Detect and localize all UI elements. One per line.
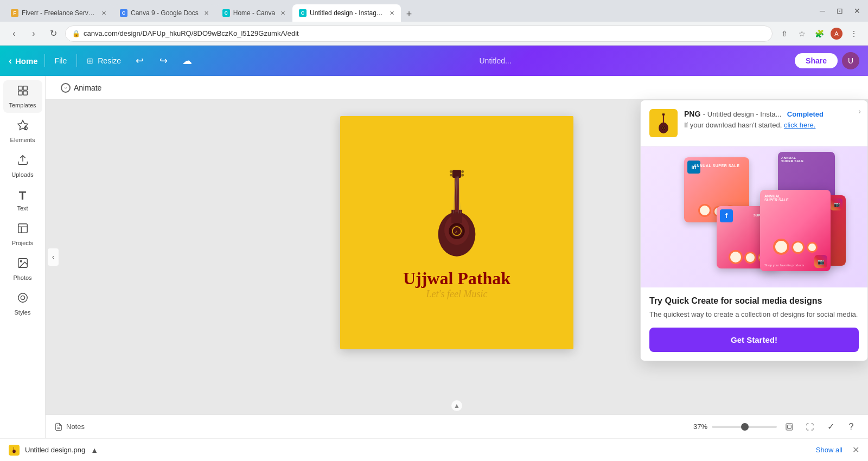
help-button[interactable]: ? bbox=[843, 419, 859, 435]
profile-button[interactable]: A bbox=[829, 26, 844, 41]
sidebar-item-text[interactable]: T Text bbox=[3, 184, 42, 216]
sidebar-item-projects[interactable]: Projects bbox=[3, 218, 42, 251]
notif-click-link[interactable]: click here. bbox=[784, 121, 816, 129]
uploads-label: Uploads bbox=[11, 171, 33, 178]
refresh-button[interactable]: ↻ bbox=[46, 26, 61, 41]
get-started-button[interactable]: Get Started! bbox=[649, 328, 859, 352]
zoom-thumb[interactable] bbox=[741, 423, 749, 431]
text-icon: T bbox=[19, 189, 26, 203]
svg-rect-2 bbox=[18, 91, 22, 95]
main-area-wrapper: ○ Animate 🔒 ⊕ ‹ bbox=[46, 76, 868, 438]
card4-donuts bbox=[773, 239, 818, 255]
tab-docs[interactable]: C Canva 9 - Google Docs ✕ bbox=[113, 4, 215, 22]
notes-button[interactable]: Notes bbox=[54, 422, 85, 431]
quick-create-text: Try Quick Create for social media design… bbox=[641, 287, 867, 361]
notif-info: PNG - Untitled design - Insta... Complet… bbox=[684, 109, 859, 129]
tab-fiverr[interactable]: F Fiverr - Freelance Services Marke... ✕ bbox=[4, 4, 113, 22]
svg-point-20 bbox=[450, 174, 452, 177]
card2-text: ANNUALSUPER SALE bbox=[781, 156, 803, 163]
notification-popup: PNG - Untitled design - Insta... Complet… bbox=[640, 100, 868, 361]
instagram-badge-1: 📷 bbox=[814, 255, 827, 268]
animate-bar: ○ Animate bbox=[46, 76, 868, 100]
notif-dismiss-button[interactable]: › bbox=[858, 107, 861, 116]
tab-docs-close[interactable]: ✕ bbox=[204, 10, 209, 17]
close-button[interactable]: ✕ bbox=[851, 4, 864, 17]
share-button[interactable]: Share bbox=[795, 53, 838, 68]
page-indicator-up[interactable]: ▲ bbox=[451, 400, 462, 411]
notif-body-text: If your download hasn't started, bbox=[684, 121, 782, 129]
sidebar-item-elements[interactable]: Elements bbox=[3, 115, 42, 148]
back-button[interactable]: ‹ bbox=[7, 26, 22, 41]
uploads-icon bbox=[17, 154, 29, 169]
projects-label: Projects bbox=[12, 240, 34, 246]
canvas-scroll-left[interactable]: ‹ bbox=[48, 248, 59, 266]
address-bar: ‹ › ↻ 🔒 canva.com/design/DAFUp_hkuRQ/8DO… bbox=[0, 22, 868, 46]
page-view-button[interactable] bbox=[781, 419, 797, 435]
download-file-icon bbox=[9, 445, 20, 456]
design-canvas[interactable]: ♪ Ujjwal Pathak Let's feel Music bbox=[340, 116, 573, 349]
header-left: ‹ Home File ⊞ Resize bbox=[9, 54, 124, 67]
minimize-button[interactable]: ─ bbox=[816, 4, 829, 17]
fullscreen-button[interactable] bbox=[802, 419, 818, 435]
quick-create-desc: The quickest way to create a collection … bbox=[649, 309, 859, 320]
bottom-right-buttons: ✓ ? bbox=[781, 419, 859, 435]
tab-design-close[interactable]: ✕ bbox=[390, 10, 394, 17]
svg-rect-43 bbox=[14, 447, 14, 450]
svg-rect-7 bbox=[18, 224, 27, 233]
animate-icon: ○ bbox=[61, 83, 71, 93]
sidebar-item-photos[interactable]: Photos bbox=[3, 253, 42, 285]
url-bar[interactable]: 🔒 canva.com/design/DAFUp_hkuRQ/8DO9wBczK… bbox=[65, 25, 773, 42]
undo-button[interactable]: ↩ bbox=[131, 52, 148, 69]
show-all-button[interactable]: Show all bbox=[816, 446, 843, 454]
download-close-button[interactable]: ✕ bbox=[852, 445, 859, 455]
templates-icon bbox=[17, 85, 29, 100]
svg-marker-4 bbox=[17, 120, 27, 130]
svg-rect-3 bbox=[23, 91, 27, 95]
share-page-button[interactable]: ⇧ bbox=[777, 26, 792, 41]
resize-button[interactable]: ⊞ Resize bbox=[84, 54, 124, 67]
zoom-value: 37% bbox=[693, 422, 707, 431]
notif-thumbnail bbox=[649, 109, 678, 137]
tab-home-close[interactable]: ✕ bbox=[280, 10, 285, 17]
home-button[interactable]: ‹ Home bbox=[9, 55, 38, 67]
quick-create-title: Try Quick Create for social media design… bbox=[649, 296, 859, 306]
save-cloud-button[interactable]: ☁ bbox=[178, 52, 196, 69]
header-center: Untitled... bbox=[202, 56, 788, 65]
design-canvas-subtitle: Let's feel Music bbox=[403, 289, 510, 300]
guitar-svg: ♪ bbox=[424, 165, 489, 263]
tab-controls: ─ ⊡ ✕ bbox=[816, 4, 864, 17]
facebook-badge: f bbox=[720, 209, 733, 222]
tab-design[interactable]: C Untitled design - Instagram Post ✕ bbox=[292, 4, 401, 22]
user-avatar-header[interactable]: U bbox=[842, 52, 859, 69]
canva-header: ‹ Home File ⊞ Resize ↩ ↪ ☁ Untitled... S… bbox=[0, 46, 868, 76]
svg-point-19 bbox=[450, 170, 452, 173]
download-expand-icon[interactable]: ▲ bbox=[91, 446, 98, 454]
tab-fiverr-close[interactable]: ✕ bbox=[101, 10, 106, 17]
zoom-slider[interactable] bbox=[712, 426, 777, 428]
url-text: canva.com/design/DAFUp_hkuRQ/8DO9wBczKo_… bbox=[84, 29, 299, 37]
file-menu[interactable]: File bbox=[52, 54, 71, 67]
animate-label: Animate bbox=[74, 84, 101, 92]
extensions-button[interactable]: 🧩 bbox=[812, 26, 827, 41]
quick-create-section: in ANNUAL SUPER SALE bbox=[641, 146, 867, 361]
animate-button[interactable]: ○ Animate bbox=[54, 80, 108, 96]
notif-header: PNG - Untitled design - Insta... Complet… bbox=[641, 100, 867, 146]
projects-icon bbox=[17, 222, 29, 238]
redo-button[interactable]: ↪ bbox=[155, 52, 172, 69]
svg-point-12 bbox=[18, 293, 27, 303]
design-title-header: Untitled... bbox=[479, 56, 511, 65]
check-button[interactable]: ✓ bbox=[822, 419, 839, 435]
photos-label: Photos bbox=[13, 274, 31, 281]
forward-button[interactable]: › bbox=[26, 26, 41, 41]
sidebar-item-uploads[interactable]: Uploads bbox=[3, 150, 42, 182]
bookmark-button[interactable]: ☆ bbox=[794, 26, 809, 41]
sidebar-item-styles[interactable]: Styles bbox=[3, 287, 42, 320]
elements-label: Elements bbox=[10, 137, 35, 143]
card4-tagline: Shop your favorite products bbox=[764, 264, 804, 267]
header-divider bbox=[44, 54, 45, 67]
maximize-button[interactable]: ⊡ bbox=[833, 4, 846, 17]
new-tab-button[interactable]: + bbox=[401, 7, 417, 22]
tab-home-canva[interactable]: C Home - Canva ✕ bbox=[216, 4, 292, 22]
sidebar-item-templates[interactable]: Templates bbox=[3, 80, 42, 113]
more-button[interactable]: ⋮ bbox=[846, 26, 861, 41]
